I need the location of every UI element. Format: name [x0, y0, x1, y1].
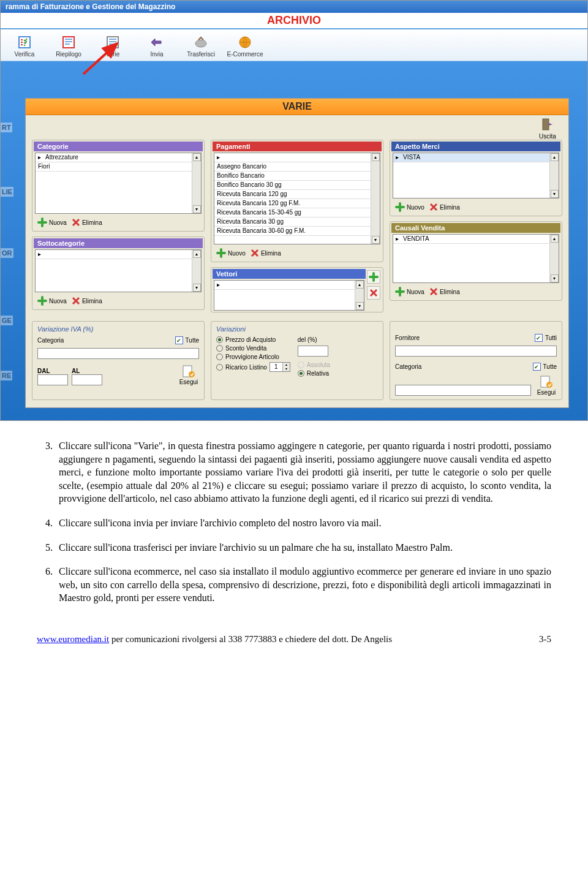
radio-assoluta: Assoluta: [298, 361, 330, 368]
nuovo-button[interactable]: Nuovo: [216, 248, 246, 258]
document-body: Cliccare sull'icona "Varie", in questa f…: [0, 421, 588, 628]
elimina-button[interactable]: Elimina: [429, 203, 460, 211]
elimina-button[interactable]: Elimina: [429, 287, 460, 296]
list-item[interactable]: Fiori: [36, 162, 192, 172]
radio-prezzo[interactable]: Prezzo di Acquisto: [216, 336, 290, 343]
list-item[interactable]: Ricevuta Bancaria 120 gg F.M.: [214, 199, 371, 208]
scrollbar[interactable]: ▴▾: [549, 235, 559, 282]
list-item[interactable]: Bonifico Bancario 30 gg: [214, 181, 371, 190]
toolbar-label: E-Commerce: [225, 51, 265, 58]
list-item[interactable]: ▸VISTA: [393, 153, 549, 162]
background-labels: RT LIE OR GE RE: [1, 61, 25, 420]
uscita-button[interactable]: Uscita: [533, 117, 562, 140]
esegui-iva-button[interactable]: Esegui: [178, 364, 199, 385]
doc-item-5: Cliccare sull'icona trasferisci per invi…: [55, 541, 551, 554]
vettori-group: Vettori ▸ ▴▾: [211, 267, 383, 312]
toolbar-label: Varie: [93, 51, 132, 58]
svg-point-8: [189, 371, 195, 377]
list-item[interactable]: Ricevuta Bancaria 30-60 gg F.M.: [214, 227, 371, 236]
toolbar-trasferisci[interactable]: Trasferisci: [179, 32, 222, 61]
vettori-header: Vettori: [213, 269, 366, 279]
list-item[interactable]: ▸: [214, 281, 355, 290]
categoria-label: Categoria: [395, 363, 421, 370]
scrollbar[interactable]: ▴▾: [549, 153, 559, 198]
toolbar-varie[interactable]: Varie: [91, 32, 134, 61]
causali-header: Causali Vendita: [391, 223, 560, 233]
execute-icon: [539, 374, 554, 389]
scrollbar[interactable]: ▴▾: [371, 153, 380, 244]
varie-panel: VARIE Uscita Categorie ▸Attrezzature Fio…: [25, 98, 569, 408]
list-item[interactable]: Ricevuta Bancaria 30 gg: [214, 218, 371, 227]
add-vettore-button[interactable]: [367, 270, 380, 284]
list-item[interactable]: ▸: [214, 153, 371, 162]
toolbar-verifica[interactable]: Verifica: [3, 32, 46, 61]
nuovo-button[interactable]: Nuovo: [395, 202, 424, 212]
sottocategorie-group: Sottocategorie ▸ ▴▾ Nuova Elimina: [32, 236, 205, 310]
list-item[interactable]: Bonifico Bancario: [214, 172, 371, 181]
delete-vettore-button[interactable]: [367, 286, 380, 300]
aspetto-group: Aspetto Merci ▸VISTA ▴▾ Nuovo Elimina: [390, 140, 562, 216]
svg-rect-6: [543, 119, 549, 130]
list-item[interactable]: ▸Attrezzature: [36, 153, 192, 162]
toolbar-label: Invia: [137, 51, 176, 58]
elimina-button[interactable]: Elimina: [251, 249, 281, 257]
toolbar-ecommerce[interactable]: E-Commerce: [224, 32, 266, 61]
categorie-list[interactable]: ▸Attrezzature Fiori: [36, 153, 192, 213]
al-input[interactable]: [72, 374, 102, 385]
list-item[interactable]: Assegno Bancario: [214, 162, 371, 172]
nuova-button[interactable]: Nuova: [37, 296, 67, 306]
nuova-button[interactable]: Nuova: [395, 287, 424, 297]
radio-provvigione[interactable]: Provvigione Articolo: [216, 354, 290, 360]
list-item[interactable]: ▸VENDITA: [393, 235, 549, 244]
list-item[interactable]: ▸: [36, 250, 192, 259]
radio-relativa[interactable]: Relativa: [298, 370, 330, 377]
sottocategorie-list[interactable]: ▸: [36, 250, 192, 292]
del-percent-input[interactable]: [298, 346, 328, 357]
footer-link[interactable]: www.euromedian.it: [37, 634, 109, 644]
al-label: AL: [72, 368, 102, 374]
scrollbar[interactable]: ▴▾: [192, 153, 201, 213]
list-icon: [105, 35, 120, 50]
sottocategorie-header: Sottocategorie: [34, 238, 203, 248]
fornitore-input[interactable]: [395, 346, 557, 357]
tutte-checkbox[interactable]: ✔: [175, 336, 183, 344]
tutte-checkbox[interactable]: ✔: [533, 363, 541, 371]
footer-text: per comunicazioni rivolgersi al 338 7773…: [109, 634, 392, 644]
toolbar-invia[interactable]: Invia: [135, 32, 178, 61]
categorie-group: Categorie ▸Attrezzature Fiori ▴▾ Nuova E…: [32, 140, 205, 232]
vettori-list[interactable]: ▸: [214, 281, 355, 310]
categoria-input[interactable]: [395, 385, 531, 396]
archivio-label: ARCHIVIO: [1, 13, 587, 29]
pagamenti-header: Pagamenti: [213, 142, 382, 151]
causali-list[interactable]: ▸VENDITA: [393, 235, 549, 282]
nuova-button[interactable]: Nuova: [37, 218, 67, 227]
scrollbar[interactable]: ▴▾: [355, 281, 364, 310]
svg-rect-1: [63, 37, 74, 48]
transfer-icon: [194, 35, 208, 50]
categoria-input[interactable]: [37, 348, 199, 359]
variazione-iva-box: Variazione IVA (%) Categoria ✔Tutte DAL …: [32, 321, 205, 400]
radio-ricarico[interactable]: Ricarico Listino 1▴▾: [216, 362, 290, 372]
variazione-iva-title: Variazione IVA (%): [37, 325, 199, 333]
summary-icon: [61, 35, 76, 50]
app-frame: ramma di Fatturazione e Gestione del Mag…: [0, 0, 588, 421]
elimina-button[interactable]: Elimina: [72, 218, 102, 227]
dal-input[interactable]: [37, 374, 68, 385]
esegui-variazioni-button[interactable]: Esegui: [536, 374, 557, 396]
toolbar-riepilogo[interactable]: Riepilogo: [47, 32, 90, 61]
aspetto-list[interactable]: ▸VISTA: [393, 153, 549, 198]
send-icon: [149, 35, 164, 50]
list-item[interactable]: Ricevuta Bancaria 120 gg: [214, 190, 371, 199]
doc-item-4: Cliccare sull'icona invia per inviare l'…: [55, 516, 551, 530]
listino-spinner[interactable]: 1▴▾: [270, 362, 290, 372]
tutti-checkbox[interactable]: ✔: [535, 334, 543, 342]
radio-sconto[interactable]: Sconto Vendita: [216, 345, 290, 352]
list-item[interactable]: Ricevuta Bancaria 15-30-45 gg: [214, 208, 371, 218]
elimina-button[interactable]: Elimina: [72, 297, 102, 305]
scrollbar[interactable]: ▴▾: [192, 250, 201, 292]
pagamenti-list[interactable]: ▸ Assegno Bancario Bonifico Bancario Bon…: [214, 153, 371, 244]
causali-group: Causali Vendita ▸VENDITA ▴▾ Nuova Elimin…: [390, 221, 562, 301]
varie-header: VARIE: [26, 99, 568, 115]
variazioni-box: Variazioni Prezzo di Acquisto Sconto Ven…: [211, 321, 383, 400]
fornitore-box: Fornitore ✔Tutti Categoria ✔Tutte Esegui: [390, 321, 562, 400]
